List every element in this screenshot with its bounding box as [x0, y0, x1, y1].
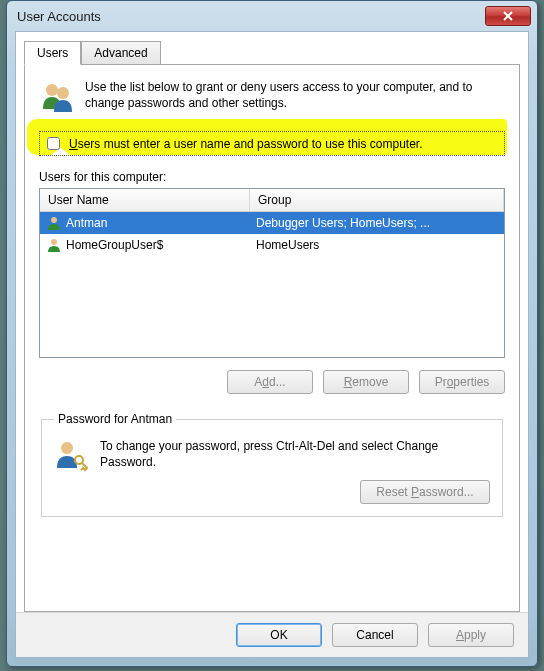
- svg-point-4: [61, 442, 73, 454]
- user-list-caption: Users for this computer:: [39, 170, 505, 184]
- ok-button[interactable]: OK: [236, 623, 322, 647]
- table-row[interactable]: HomeGroupUser$ HomeUsers: [40, 234, 504, 256]
- password-text: To change your password, press Ctrl-Alt-…: [100, 438, 490, 470]
- svg-point-5: [75, 456, 83, 464]
- require-login-checkbox[interactable]: [47, 137, 60, 150]
- titlebar[interactable]: User Accounts: [7, 1, 537, 31]
- close-icon: [503, 11, 513, 21]
- cancel-button[interactable]: Cancel: [332, 623, 418, 647]
- cell-group: Debugger Users; HomeUsers; ...: [250, 216, 504, 230]
- svg-point-0: [46, 84, 58, 96]
- user-list-headers[interactable]: User Name Group: [40, 189, 504, 212]
- tabstrip: Users Advanced: [16, 32, 528, 64]
- tab-users[interactable]: Users: [24, 41, 81, 65]
- user-icon: [46, 237, 62, 253]
- dialog-buttons: OK Cancel Apply: [16, 612, 528, 657]
- user-list-buttons: Add... Remove Properties: [39, 370, 505, 394]
- apply-button[interactable]: Apply: [428, 623, 514, 647]
- user-accounts-window: User Accounts Users Advanced Use the lis…: [6, 0, 538, 667]
- tab-panel-users: Use the list below to grant or deny user…: [24, 64, 520, 612]
- column-header-group[interactable]: Group: [250, 189, 504, 211]
- cell-username: Antman: [66, 216, 107, 230]
- add-button[interactable]: Add...: [227, 370, 313, 394]
- user-list[interactable]: User Name Group Antman Debugger Users; H…: [39, 188, 505, 358]
- password-groupbox: Password for Antman To change your passw…: [41, 412, 503, 517]
- password-legend: Password for Antman: [54, 412, 176, 426]
- intro-text: Use the list below to grant or deny user…: [85, 79, 505, 115]
- require-login-label: Users must enter a user name and passwor…: [69, 137, 423, 151]
- table-row[interactable]: Antman Debugger Users; HomeUsers; ...: [40, 212, 504, 234]
- remove-button[interactable]: Remove: [323, 370, 409, 394]
- svg-point-1: [57, 87, 69, 99]
- require-login-checkbox-row[interactable]: Users must enter a user name and passwor…: [39, 131, 505, 156]
- svg-point-3: [51, 239, 57, 245]
- close-button[interactable]: [485, 6, 531, 26]
- cell-group: HomeUsers: [250, 238, 504, 252]
- users-icon: [39, 79, 75, 115]
- svg-point-2: [51, 217, 57, 223]
- client-area: Users Advanced Use the list below to gra…: [15, 31, 529, 658]
- tab-advanced[interactable]: Advanced: [81, 41, 160, 65]
- user-icon: [46, 215, 62, 231]
- reset-password-button[interactable]: Reset Password...: [360, 480, 490, 504]
- window-title: User Accounts: [17, 9, 485, 24]
- cell-username: HomeGroupUser$: [66, 238, 163, 252]
- user-key-icon: [54, 438, 88, 472]
- intro-row: Use the list below to grant or deny user…: [39, 79, 505, 115]
- column-header-username[interactable]: User Name: [40, 189, 250, 211]
- highlight-annotation: Users must enter a user name and passwor…: [39, 131, 505, 156]
- properties-button[interactable]: Properties: [419, 370, 505, 394]
